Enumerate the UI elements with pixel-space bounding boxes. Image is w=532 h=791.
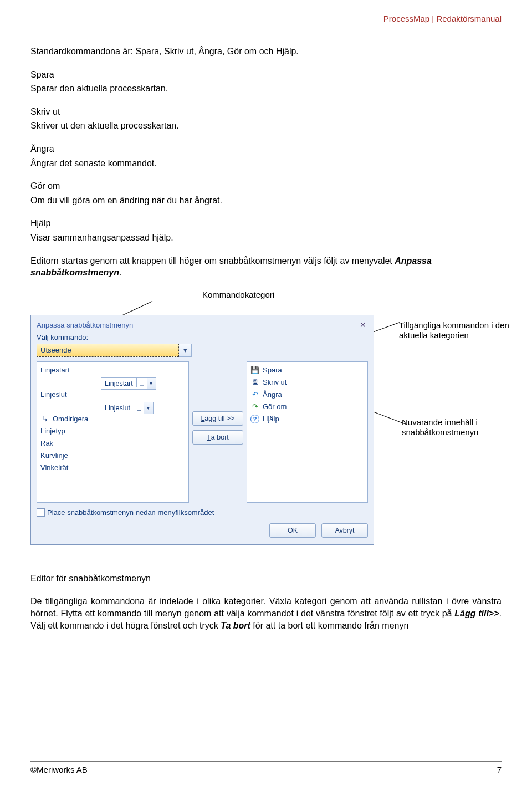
cmd-hjalp-name: Hjälp xyxy=(30,217,502,229)
editor-intro-t2: . xyxy=(119,268,121,277)
cmd-skrivut-desc: Skriver ut den aktuella processkartan. xyxy=(30,120,502,132)
list-item: Kurvlinje xyxy=(40,450,185,462)
list-item: Rak xyxy=(40,437,185,450)
list-item: Linjeslut xyxy=(40,389,185,401)
sub-linjeslut-dropdown[interactable]: Linjeslut⎯▾ xyxy=(101,402,154,414)
available-commands-list[interactable]: Linjestart Linjeslut ↳Omdirigera Linjety… xyxy=(37,361,189,503)
editor-intro: Editorn startas genom att knappen till h… xyxy=(30,255,502,279)
line-end-icon: ⎯ xyxy=(134,402,144,411)
list-item: Linjestart xyxy=(40,364,185,376)
customize-dialog: Anpassa snabbåtkomstmenyn ✕ Välj kommand… xyxy=(30,315,374,545)
editor-intro-t1: Editorn startas genom att knappen till h… xyxy=(30,256,395,266)
para2-t1: De tillgängliga kommandona är indelade i… xyxy=(30,596,502,618)
page-number: 7 xyxy=(497,765,502,774)
place-below-label: Place snabbåtkomstmenyn nedan menyflikso… xyxy=(47,508,214,517)
list-item: ↷Gör om xyxy=(250,401,364,413)
cmd-skrivut-name: Skriv ut xyxy=(30,106,502,118)
list-item: ↳Omdirigera xyxy=(40,413,185,425)
figure-stage: Kommandokategori Tillgängliga kommandon … xyxy=(30,290,502,559)
figure-caption: Editor för snabbåtkomstmenyn xyxy=(30,573,502,585)
choose-command-label: Välj kommando: xyxy=(37,333,368,341)
list-item: Vinkelrät xyxy=(40,462,185,474)
page-footer: ©Meriworks AB 7 xyxy=(30,761,502,774)
category-selected: Utseende xyxy=(40,346,71,354)
help-icon: ? xyxy=(250,415,259,423)
remove-button[interactable]: Ta bort xyxy=(192,430,243,445)
list-item: ↶Ångra xyxy=(250,389,364,401)
list-item: Linjetyp xyxy=(40,425,185,437)
cmd-gorom-desc: Om du vill göra om en ändring när du har… xyxy=(30,195,502,207)
chevron-down-icon[interactable]: ▾ xyxy=(144,402,153,414)
ok-button[interactable]: OK xyxy=(269,523,316,538)
list-item: 💾Spara xyxy=(250,364,364,376)
redirect-icon: ↳ xyxy=(40,415,49,423)
cmd-angra-desc: Ångrar det senaste kommandot. xyxy=(30,157,502,170)
save-icon: 💾 xyxy=(250,366,259,375)
cmd-hjalp-desc: Visar sammanhangsanpassad hjälp. xyxy=(30,232,502,244)
cancel-button[interactable]: Avbryt xyxy=(321,523,368,538)
add-button[interactable]: LLägg till >>ägg till >> xyxy=(192,411,243,426)
redo-icon: ↷ xyxy=(250,402,259,411)
callout-current: Nuvarande innehåll i snabbåtkomstmenyn xyxy=(402,417,513,438)
close-icon[interactable]: ✕ xyxy=(358,321,368,330)
cmd-gorom-name: Gör om xyxy=(30,180,502,192)
footer-copyright: ©Meriworks AB xyxy=(30,765,88,774)
chevron-down-icon[interactable]: ▾ xyxy=(147,378,156,389)
cmd-angra-name: Ångra xyxy=(30,143,502,155)
para2-em1: Lägg till>> xyxy=(454,609,499,618)
cmd-spara-name: Spara xyxy=(30,69,502,81)
list-item: ?Hjälp xyxy=(250,413,364,425)
body-text: Standardkommandona är: Spara, Skriv ut, … xyxy=(30,45,502,279)
paragraph-2: De tillgängliga kommandona är indelade i… xyxy=(30,595,502,631)
line-end-icon: ⎯ xyxy=(136,378,147,387)
cmd-spara-desc: Sparar den aktuella processkartan. xyxy=(30,83,502,95)
callout-category: Kommandokategori xyxy=(202,290,274,300)
callout-available: Tillgängliga kommandon i den aktuella ka… xyxy=(399,320,515,341)
current-commands-list[interactable]: 💾Spara 🖶Skriv ut ↶Ångra ↷Gör om ?Hjälp xyxy=(247,361,368,503)
print-icon: 🖶 xyxy=(250,378,259,387)
page-header: ProcessMap | Redaktörsmanual xyxy=(30,14,502,23)
category-dropdown[interactable]: Utseende ▾ xyxy=(37,344,192,357)
para2-em2: Ta bort xyxy=(221,621,250,630)
undo-icon: ↶ xyxy=(250,390,259,399)
intro-line: Standardkommandona är: Spara, Skriv ut, … xyxy=(30,45,502,58)
header-title: ProcessMap | Redaktörsmanual xyxy=(383,14,502,23)
place-below-checkbox[interactable] xyxy=(37,508,45,517)
sub-linjestart-dropdown[interactable]: Linjestart⎯▾ xyxy=(101,377,156,390)
chevron-down-icon[interactable]: ▾ xyxy=(179,344,192,357)
para2-t3: för att ta bort ett kommando från menyn xyxy=(250,621,408,630)
list-item: 🖶Skriv ut xyxy=(250,376,364,389)
dialog-title: Anpassa snabbåtkomstmenyn xyxy=(37,321,133,329)
